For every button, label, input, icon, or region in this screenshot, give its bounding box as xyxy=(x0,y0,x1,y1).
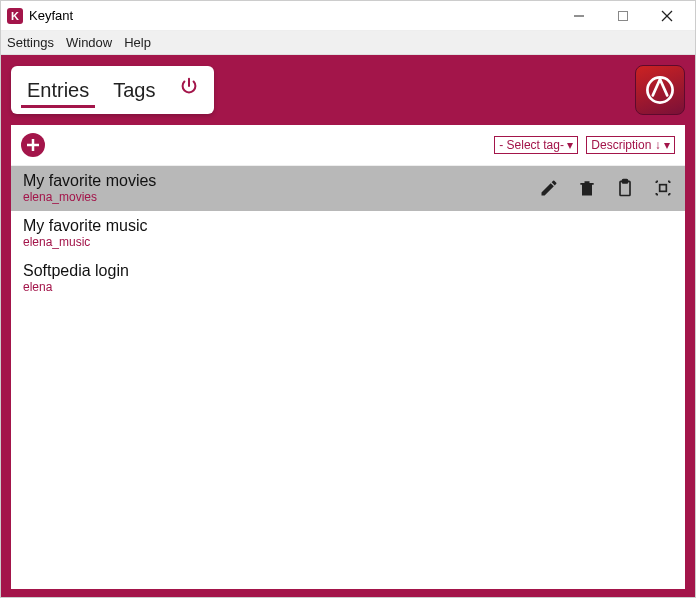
entry-user: elena xyxy=(23,280,129,294)
main-panel: - Select tag- ▾ Description ↓ ▾ My favor… xyxy=(11,125,685,589)
tag-filter-label: - Select tag- ▾ xyxy=(499,138,573,152)
panel-toolbar: - Select tag- ▾ Description ↓ ▾ xyxy=(11,125,685,165)
entry-row[interactable]: My favorite musicelena_music xyxy=(11,211,685,256)
entry-user: elena_movies xyxy=(23,190,156,204)
menu-help[interactable]: Help xyxy=(124,35,151,50)
entries-list[interactable]: My favorite movieselena_moviesMy favorit… xyxy=(11,165,685,589)
power-icon[interactable] xyxy=(174,72,204,108)
tag-filter-select[interactable]: - Select tag- ▾ xyxy=(494,136,578,154)
svg-rect-1 xyxy=(619,11,628,20)
entry-row[interactable]: My favorite movieselena_movies xyxy=(11,166,685,211)
expand-icon[interactable] xyxy=(653,178,673,198)
add-entry-button[interactable] xyxy=(21,133,45,157)
menubar: Settings Window Help xyxy=(1,31,695,55)
entry-title: My favorite movies xyxy=(23,172,156,190)
svg-rect-11 xyxy=(660,185,667,192)
app-logo xyxy=(635,65,685,115)
entry-title: My favorite music xyxy=(23,217,147,235)
svg-line-5 xyxy=(660,79,667,95)
titlebar: K Keyfant xyxy=(1,1,695,31)
menu-window[interactable]: Window xyxy=(66,35,112,50)
entry-user: elena_music xyxy=(23,235,147,249)
entry-row[interactable]: Softpedia loginelena xyxy=(11,256,685,301)
close-button[interactable] xyxy=(645,2,689,30)
window-title: Keyfant xyxy=(29,8,73,23)
sort-label: Description ↓ ▾ xyxy=(591,138,670,152)
minimize-button[interactable] xyxy=(557,2,601,30)
topbar: Entries Tags xyxy=(11,65,685,115)
menu-settings[interactable]: Settings xyxy=(7,35,54,50)
sort-select[interactable]: Description ↓ ▾ xyxy=(586,136,675,154)
delete-icon[interactable] xyxy=(577,178,597,198)
tab-box: Entries Tags xyxy=(11,66,214,114)
entry-title: Softpedia login xyxy=(23,262,129,280)
clipboard-icon[interactable] xyxy=(615,178,635,198)
maximize-button[interactable] xyxy=(601,2,645,30)
app-icon: K xyxy=(7,8,23,24)
tab-tags[interactable]: Tags xyxy=(107,71,161,110)
app-body: Entries Tags - Select tag- xyxy=(1,55,695,598)
svg-line-6 xyxy=(653,79,660,95)
edit-icon[interactable] xyxy=(539,178,559,198)
tab-entries[interactable]: Entries xyxy=(21,71,95,110)
svg-rect-10 xyxy=(623,180,628,183)
